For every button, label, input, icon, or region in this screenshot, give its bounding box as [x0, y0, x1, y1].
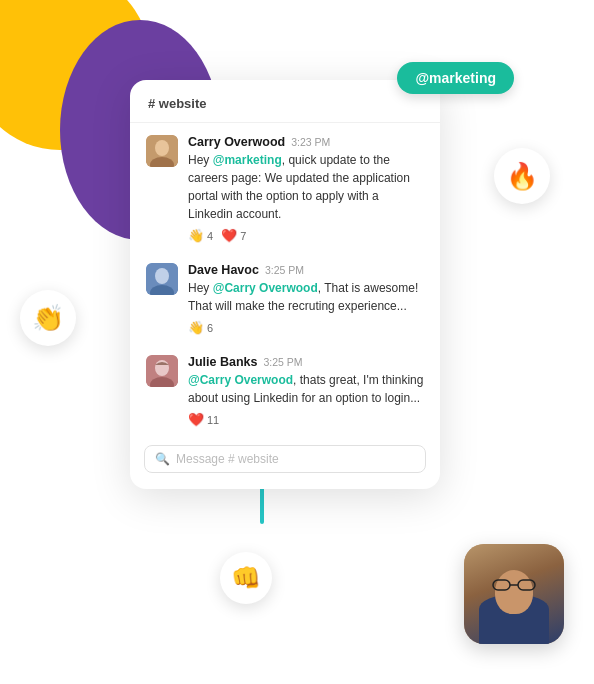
message-2-text: Hey @Carry Overwood, That is awesome! Th…: [188, 279, 424, 315]
user-avatar-photo: [464, 544, 564, 644]
punch-emoji-bubble: 👊: [220, 552, 272, 604]
message-3-time: 3:25 PM: [263, 356, 302, 368]
message-3-text: @Carry Overwood, thats great, I'm thinki…: [188, 371, 424, 407]
avatar-carry: [146, 135, 178, 167]
message-1-time: 3:23 PM: [291, 136, 330, 148]
mention-marketing: @marketing: [213, 153, 282, 167]
avatar-dave: [146, 263, 178, 295]
message-item: Carry Overwood 3:23 PM Hey @marketing, q…: [130, 123, 440, 251]
svg-rect-1: [518, 580, 535, 590]
reaction-wave-1[interactable]: 👋 4: [188, 228, 213, 243]
message-2-header: Dave Havoc 3:25 PM: [188, 263, 424, 277]
chat-header: # website: [130, 80, 440, 123]
input-placeholder: Message # website: [176, 452, 279, 466]
message-1-text: Hey @marketing, quick update to the care…: [188, 151, 424, 223]
message-3-reactions: ❤️ 11: [188, 412, 424, 427]
message-item: Julie Banks 3:25 PM @Carry Overwood, tha…: [130, 343, 440, 435]
message-2-author: Dave Havoc: [188, 263, 259, 277]
message-3-author: Julie Banks: [188, 355, 257, 369]
avatar-glasses-icon: [492, 578, 536, 592]
message-1-content: Carry Overwood 3:23 PM Hey @marketing, q…: [188, 135, 424, 247]
reaction-heart-1[interactable]: ❤️ 7: [221, 228, 246, 243]
message-2-time: 3:25 PM: [265, 264, 304, 276]
mention-carry-2: @Carry Overwood: [188, 373, 293, 387]
message-3-header: Julie Banks 3:25 PM: [188, 355, 424, 369]
message-input-bar[interactable]: 🔍 Message # website: [144, 445, 426, 473]
message-2-reactions: 👋 6: [188, 320, 424, 335]
avatar-photo-inner: [464, 544, 564, 644]
dave-avatar-icon: [146, 263, 178, 295]
message-item: Dave Havoc 3:25 PM Hey @Carry Overwood, …: [130, 251, 440, 343]
carry-avatar-icon: [146, 135, 178, 167]
fire-emoji-bubble: 🔥: [494, 148, 550, 204]
mention-carry-1: @Carry Overwood: [213, 281, 318, 295]
channel-name: # website: [148, 96, 207, 111]
chat-card: # website Carry Overwood 3:23 PM Hey @ma…: [130, 80, 440, 489]
message-1-reactions: 👋 4 ❤️ 7: [188, 228, 424, 243]
message-1-author: Carry Overwood: [188, 135, 285, 149]
message-3-content: Julie Banks 3:25 PM @Carry Overwood, tha…: [188, 355, 424, 431]
message-1-header: Carry Overwood 3:23 PM: [188, 135, 424, 149]
search-icon: 🔍: [155, 452, 170, 466]
julie-avatar-icon: [146, 355, 178, 387]
svg-point-7: [155, 268, 169, 284]
message-2-content: Dave Havoc 3:25 PM Hey @Carry Overwood, …: [188, 263, 424, 339]
chat-messages: Carry Overwood 3:23 PM Hey @marketing, q…: [130, 123, 440, 439]
reaction-heart-3[interactable]: ❤️ 11: [188, 412, 219, 427]
marketing-badge: @marketing: [397, 62, 514, 94]
reaction-wave-2[interactable]: 👋 6: [188, 320, 213, 335]
svg-point-4: [155, 140, 169, 156]
avatar-julie: [146, 355, 178, 387]
clap-emoji-bubble: 👏: [20, 290, 76, 346]
svg-rect-0: [493, 580, 510, 590]
